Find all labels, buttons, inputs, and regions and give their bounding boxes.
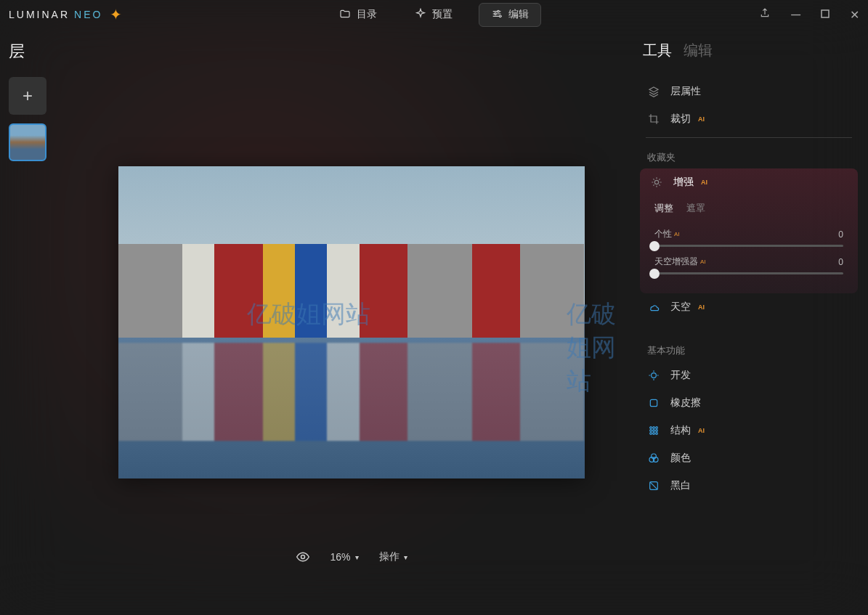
svg-point-8 xyxy=(650,427,652,429)
tool-develop[interactable]: 开发 xyxy=(637,362,861,389)
svg-point-11 xyxy=(650,430,652,432)
ai-badge: AI xyxy=(698,427,705,434)
nav-presets[interactable]: 预置 xyxy=(403,3,464,27)
share-icon[interactable] xyxy=(759,7,771,22)
layers-sidebar: 层 + xyxy=(0,29,65,615)
chevron-down-icon: ▾ xyxy=(404,553,407,561)
tool-enhance-expanded: 增强 AI 调整 遮罩 个性AI 0 天空增强器AI 0 xyxy=(640,168,858,293)
slider-accent-track[interactable] xyxy=(654,245,843,247)
folder-icon xyxy=(339,8,351,22)
nav-edit-label: 编辑 xyxy=(508,8,529,21)
tool-color[interactable]: 颜色 xyxy=(637,444,861,472)
crop-icon xyxy=(647,113,660,126)
extension-icon[interactable]: ✦ xyxy=(110,6,124,23)
maximize-icon[interactable] xyxy=(821,8,830,21)
visibility-toggle[interactable] xyxy=(295,550,309,564)
window-controls: ─ ✕ xyxy=(759,7,859,23)
tool-structure[interactable]: 结构 AI xyxy=(637,417,861,444)
ai-badge: AI xyxy=(698,115,705,123)
actions-menu[interactable]: 操作▾ xyxy=(379,550,407,563)
minimize-icon[interactable]: ─ xyxy=(791,7,800,23)
ai-badge: AI xyxy=(674,231,680,237)
ai-badge: AI xyxy=(698,304,705,311)
enhance-subtabs: 调整 遮罩 xyxy=(640,196,858,221)
tool-label: 橡皮擦 xyxy=(670,396,701,410)
svg-point-5 xyxy=(654,180,658,184)
tool-label: 天空 xyxy=(670,301,691,314)
tool-layer-properties[interactable]: 层属性 xyxy=(637,78,861,105)
slider-sky-enhancer: 天空增强器AI 0 xyxy=(654,256,843,274)
svg-rect-3 xyxy=(822,10,829,17)
tool-sky[interactable]: 天空 AI xyxy=(637,293,861,321)
slider-thumb[interactable] xyxy=(649,269,660,279)
svg-point-12 xyxy=(653,430,655,432)
svg-point-4 xyxy=(301,555,304,559)
top-nav: 目录 预置 编辑 xyxy=(328,3,541,27)
section-favorites: 收藏夹 xyxy=(637,142,861,168)
svg-point-6 xyxy=(652,373,657,378)
section-basics: 基本功能 xyxy=(637,335,861,362)
svg-point-14 xyxy=(650,433,652,435)
tool-label: 颜色 xyxy=(670,452,691,465)
slider-value: 0 xyxy=(838,257,843,267)
svg-point-16 xyxy=(656,433,658,435)
svg-point-15 xyxy=(653,433,655,435)
tool-enhance[interactable]: 增强 AI xyxy=(640,168,858,196)
app-logo: LUMINAR NEO ✦ xyxy=(9,6,124,23)
eraser-icon xyxy=(647,396,660,410)
right-tabs: 工具 编辑 xyxy=(637,38,861,63)
subtab-mask[interactable]: 遮罩 xyxy=(686,202,705,215)
slider-label: 天空增强器 xyxy=(654,256,698,268)
ai-badge: AI xyxy=(700,258,706,265)
tool-crop[interactable]: 裁切 AI xyxy=(637,105,861,133)
nav-catalog[interactable]: 目录 xyxy=(328,3,389,27)
nav-catalog-label: 目录 xyxy=(357,8,377,21)
structure-icon xyxy=(647,424,660,437)
titlebar: LUMINAR NEO ✦ 目录 预置 编辑 ─ ✕ xyxy=(0,0,868,29)
color-icon xyxy=(647,452,660,465)
image-canvas[interactable] xyxy=(118,166,585,478)
svg-point-10 xyxy=(656,427,658,429)
develop-icon xyxy=(647,369,660,382)
add-layer-button[interactable]: + xyxy=(9,77,46,115)
canvas-bottom-bar: 16%▾ 操作▾ xyxy=(295,550,407,564)
tool-label: 黑白 xyxy=(670,479,691,492)
svg-rect-7 xyxy=(650,399,657,406)
slider-thumb[interactable] xyxy=(649,241,660,251)
bw-icon xyxy=(647,479,660,492)
sparkle-icon xyxy=(415,8,426,22)
slider-sky-track[interactable] xyxy=(654,272,843,274)
sliders-icon xyxy=(491,8,503,22)
svg-point-1 xyxy=(494,12,496,15)
enhance-icon xyxy=(650,176,663,189)
subtab-adjust[interactable]: 调整 xyxy=(654,202,673,215)
tab-edits[interactable]: 编辑 xyxy=(684,41,713,60)
tool-label: 增强 xyxy=(673,176,694,189)
tools-panel: 工具 编辑 层属性 裁切 AI 收藏夹 增强 AI 调整 遮罩 xyxy=(637,29,868,615)
tab-tools[interactable]: 工具 xyxy=(643,41,672,60)
cloud-icon xyxy=(647,301,660,314)
chevron-down-icon: ▾ xyxy=(355,553,359,561)
svg-point-13 xyxy=(656,430,658,432)
tool-label: 裁切 xyxy=(670,113,691,126)
canvas-area: 亿破姐网站 亿破姐网站 16%▾ 操作▾ xyxy=(65,29,637,615)
ai-badge: AI xyxy=(701,179,707,186)
tool-eraser[interactable]: 橡皮擦 xyxy=(637,389,861,417)
slider-label: 个性 xyxy=(654,228,672,240)
zoom-level[interactable]: 16%▾ xyxy=(330,551,358,563)
nav-presets-label: 预置 xyxy=(432,8,453,21)
tool-label: 开发 xyxy=(670,369,691,382)
layers-title: 层 xyxy=(9,41,57,62)
layers-icon xyxy=(647,85,660,98)
slider-accent: 个性AI 0 xyxy=(654,228,843,247)
tool-label: 层属性 xyxy=(670,85,701,98)
close-icon[interactable]: ✕ xyxy=(850,8,859,22)
svg-point-9 xyxy=(653,427,655,429)
tool-label: 结构 xyxy=(670,424,691,437)
slider-value: 0 xyxy=(838,229,843,240)
layer-thumbnail[interactable] xyxy=(9,123,46,161)
tool-bw[interactable]: 黑白 xyxy=(637,472,861,500)
svg-point-2 xyxy=(499,15,501,17)
nav-edit[interactable]: 编辑 xyxy=(479,3,541,27)
svg-point-0 xyxy=(497,10,499,12)
